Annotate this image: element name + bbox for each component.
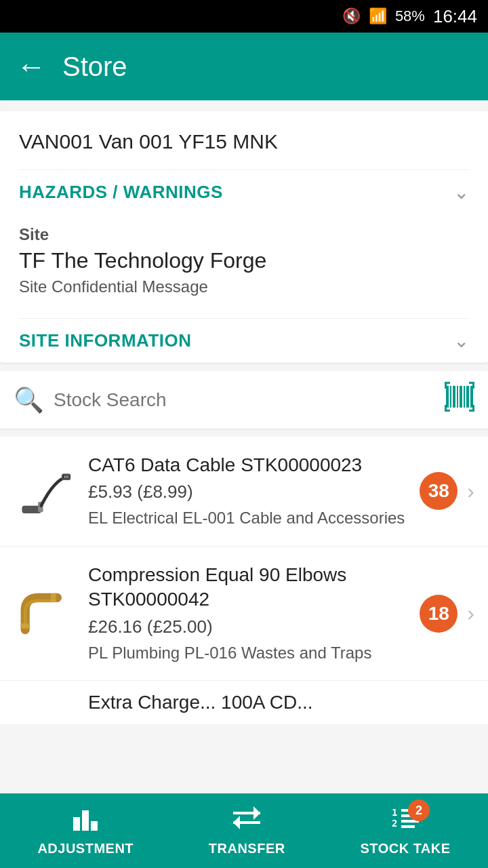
item-details: Extra Charge... 100A CD... [88,690,474,719]
stock-list: CAT6 Data Cable STK00000023 £5.93 (£8.99… [0,437,488,725]
svg-marker-31 [233,816,240,829]
barcode-icon[interactable] [445,382,474,418]
svg-rect-5 [464,386,465,408]
svg-rect-3 [457,386,458,408]
svg-rect-27 [91,821,98,831]
svg-rect-0 [446,386,449,408]
site-information-label: SITE INFORMATION [19,330,192,351]
item-image [14,690,75,724]
item-badge: 18 [420,595,458,633]
svg-rect-13 [445,405,447,412]
item-supplier: EL Electrical EL-001 Cable and Accessori… [88,507,406,530]
bottom-nav: ADJUSTMENT TRANSFER 1 2 [0,793,488,868]
page-title: Store [62,52,127,82]
status-bar: 🔇 📶 58% 16:44 [0,0,488,33]
item-right: 38 › [420,472,474,510]
hazards-label: HAZARDS / WARNINGS [19,182,223,203]
site-information-toggle[interactable]: SITE INFORMATION ⌄ [19,318,469,363]
site-message: Site Confidential Message [19,277,469,296]
info-card: VAN001 Van 001 YF15 MNK HAZARDS / WARNIN… [0,111,488,363]
stock-item[interactable]: CAT6 Data Cable STK00000023 £5.93 (£8.99… [0,437,488,547]
svg-rect-22 [67,475,68,478]
hazards-chevron-icon: ⌄ [453,181,469,203]
item-price: £26.16 (£25.00) [88,616,406,637]
site-label: Site [19,225,469,244]
stock-take-badge: 2 [408,800,430,821]
item-name: Compression Equal 90 Elbows STK00000042 [88,563,406,612]
svg-rect-11 [472,382,474,389]
battery-text: 58% [395,7,425,25]
site-info-chevron-icon: ⌄ [453,330,469,352]
svg-rect-21 [66,475,66,478]
back-button[interactable]: ← [16,50,46,83]
svg-text:1: 1 [392,807,397,818]
nav-label-stock-take: STOCK TAKE [360,841,450,856]
svg-rect-9 [445,382,447,389]
site-section: Site TF The Technology Forge Site Confid… [19,214,469,318]
item-details: Compression Equal 90 Elbows STK00000042 … [88,563,406,664]
stock-take-badge-container: 1 2 2 [390,805,420,837]
nav-item-adjustment[interactable]: ADJUSTMENT [24,805,147,856]
svg-rect-6 [466,386,469,408]
svg-rect-26 [82,810,89,831]
nav-item-transfer[interactable]: TRANSFER [195,805,299,856]
item-name: CAT6 Data Cable STK00000023 [88,453,406,477]
item-supplier: PL Plumbing PL-016 Wastes and Traps [88,642,406,665]
item-image [14,460,75,521]
svg-rect-7 [470,386,473,408]
item-details: CAT6 Data Cable STK00000023 £5.93 (£8.99… [88,453,406,530]
svg-rect-1 [450,386,451,408]
chevron-right-icon: › [467,601,474,626]
svg-rect-20 [64,475,64,478]
svg-rect-15 [472,405,474,412]
svg-rect-4 [460,386,462,408]
nav-label-transfer: TRANSFER [209,841,285,856]
header: ← Store [0,33,488,100]
site-name: TF The Technology Forge [19,248,469,273]
item-name: Extra Charge... 100A CD... [88,690,474,715]
chart-bar-icon [72,805,99,837]
search-icon: 🔍 [14,386,44,414]
wifi-icon: 📶 [369,7,387,25]
item-right: 18 › [420,595,474,633]
search-input[interactable] [54,389,435,411]
chevron-right-icon: › [467,479,474,504]
time-display: 16:44 [433,6,477,27]
transfer-icon [232,805,262,837]
item-image [14,583,75,644]
nav-label-adjustment: ADJUSTMENT [37,841,134,856]
search-bar: 🔍 [0,371,488,429]
svg-marker-29 [253,806,260,820]
van-title: VAN001 Van 001 YF15 MNK [19,130,469,153]
mute-icon: 🔇 [342,7,361,25]
svg-text:2: 2 [392,818,397,829]
svg-rect-2 [453,386,455,408]
svg-rect-25 [73,817,80,831]
stock-item[interactable]: Extra Charge... 100A CD... [0,681,488,725]
nav-item-stock-take[interactable]: 1 2 2 STOCK TAKE [346,805,464,856]
item-price: £5.93 (£8.99) [88,481,406,502]
item-badge: 38 [420,472,458,510]
stock-item[interactable]: Compression Equal 90 Elbows STK00000042 … [0,547,488,681]
hazards-toggle[interactable]: HAZARDS / WARNINGS ⌄ [19,170,469,214]
svg-rect-37 [401,825,415,828]
